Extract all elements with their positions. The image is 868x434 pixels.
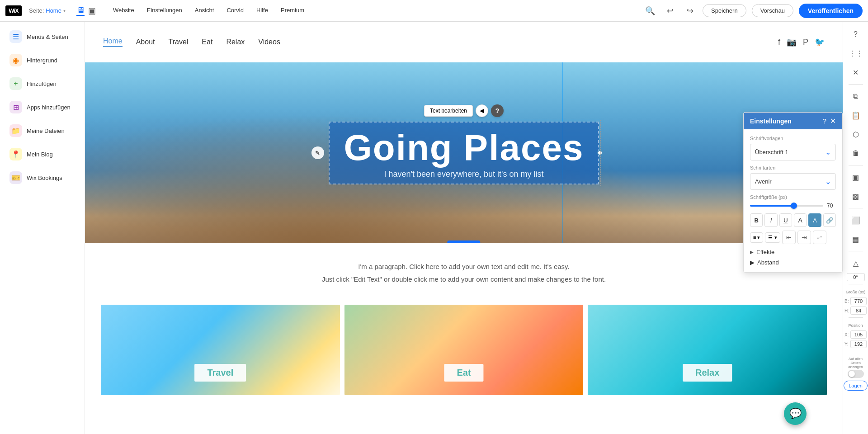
help-icon[interactable]: ? — [491, 104, 504, 117]
show-on-all-toggle[interactable] — [848, 370, 864, 378]
bookings-icon: 🎫 — [9, 171, 22, 184]
sidebar-item-files[interactable]: 📁 Meine Dateien — [4, 120, 81, 141]
social-icons: f 📷 P 🐦 — [778, 37, 825, 47]
sidebar-item-apps[interactable]: ⊞ Apps hinzufügen — [4, 97, 81, 118]
streifen-button[interactable]: Streifen — [447, 241, 480, 243]
rp-delete-icon[interactable]: 🗑 — [847, 144, 865, 162]
nav-hilfe[interactable]: Hilfe — [250, 0, 274, 22]
card-label-relax[interactable]: Relax — [683, 364, 732, 382]
highlight-button[interactable]: A — [808, 213, 821, 227]
desktop-icon[interactable]: 🖥 — [76, 5, 85, 16]
twitter-icon[interactable]: 🐦 — [815, 37, 825, 47]
nav-link-eat[interactable]: Eat — [202, 38, 212, 46]
save-button[interactable]: Speichern — [703, 4, 746, 17]
y-input[interactable] — [850, 340, 867, 348]
settings-close-button[interactable]: ✕ — [830, 118, 836, 125]
rp-forward-icon[interactable]: ▣ — [847, 168, 865, 186]
publish-button[interactable]: Veröffentlichen — [799, 4, 863, 18]
nav-premium[interactable]: Premium — [274, 0, 311, 22]
site-navbar: Home About Travel Eat Relax Videos f 📷 P… — [85, 22, 843, 62]
settings-body: Schriftvorlagen Überschrift 1 ⌄ Schrifta… — [744, 129, 842, 272]
nav-link-home[interactable]: Home — [103, 37, 123, 47]
arrow-left-icon[interactable]: ◀ — [476, 104, 488, 117]
hero-subtitle[interactable]: I haven't been everywhere, but it's on m… — [344, 170, 584, 179]
sidebar-item-blog[interactable]: 📍 Mein Blog — [4, 144, 81, 165]
effekte-section[interactable]: ▶ Effekte — [750, 249, 836, 255]
rp-align-left-icon[interactable]: ⬜ — [847, 211, 865, 229]
edit-circle-icon[interactable]: ✎ — [311, 146, 324, 159]
nav-corvid[interactable]: Corvid — [220, 0, 250, 22]
list-dropdown[interactable]: ☰ ▾ — [765, 232, 780, 243]
hero-section[interactable]: Text bearbeiten ◀ ? ✎ Going Places I hav… — [85, 62, 843, 243]
font-template-dropdown[interactable]: Überschrift 1 ⌄ — [750, 144, 836, 160]
italic-button[interactable]: I — [764, 213, 777, 227]
facebook-icon[interactable]: f — [778, 38, 780, 47]
rp-close-icon[interactable]: ✕ — [847, 63, 865, 81]
indent-increase-btn[interactable]: ⇥ — [797, 231, 811, 244]
sidebar-item-menus[interactable]: ☰ Menüs & Seiten — [4, 26, 81, 47]
height-label: H: — [844, 308, 849, 313]
size-label: Größe (px) — [846, 290, 866, 294]
align-dropdown[interactable]: ≡ ▾ — [750, 232, 763, 243]
resize-handle[interactable] — [597, 150, 603, 156]
rtl-btn[interactable]: ⇌ — [813, 231, 826, 244]
font-template-label: Schriftvorlagen — [750, 136, 836, 141]
editor-canvas[interactable]: Home About Travel Eat Relax Videos f 📷 P… — [85, 22, 843, 434]
pinterest-icon[interactable]: P — [803, 38, 808, 47]
card-eat[interactable]: Eat — [344, 305, 584, 395]
card-label-travel[interactable]: Travel — [194, 364, 246, 382]
sidebar-item-add[interactable]: + Hinzufügen — [4, 73, 81, 94]
rp-help-icon[interactable]: ? — [847, 25, 865, 43]
rp-copy-icon[interactable]: ⧉ — [847, 87, 865, 105]
redo-icon[interactable]: ↪ — [683, 4, 697, 18]
x-input[interactable] — [850, 330, 867, 339]
rp-rotate-icon[interactable]: △ — [847, 254, 865, 272]
y-row: Y: — [844, 340, 867, 348]
width-input[interactable] — [850, 297, 867, 305]
font-size-slider[interactable] — [750, 205, 823, 207]
text-edit-button[interactable]: Text bearbeiten — [424, 105, 473, 117]
content-para-2[interactable]: Just click "Edit Text" or double click m… — [94, 274, 834, 285]
page-chevron-icon[interactable]: ▾ — [63, 8, 66, 13]
underline-button[interactable]: U — [779, 213, 792, 227]
rp-align-right-icon[interactable]: ▦ — [847, 230, 865, 248]
rp-grid-icon[interactable]: ⋮⋮ — [847, 44, 865, 62]
undo-icon[interactable]: ↩ — [663, 4, 677, 18]
card-relax[interactable]: Relax — [588, 305, 827, 395]
nav-website[interactable]: Website — [107, 0, 141, 22]
font-type-dropdown[interactable]: Avenir ⌄ — [750, 173, 836, 190]
rp-duplicate-icon[interactable]: ⬡ — [847, 125, 865, 143]
nav-ansicht[interactable]: Ansicht — [189, 0, 221, 22]
instagram-icon[interactable]: 📷 — [787, 37, 797, 47]
font-size-label: Schriftgröße (px) — [750, 194, 836, 200]
tablet-icon[interactable]: ▣ — [88, 6, 96, 16]
abstand-section[interactable]: ▶ Abstand — [750, 259, 836, 266]
search-icon[interactable]: 🔍 — [643, 4, 657, 18]
card-label-eat[interactable]: Eat — [444, 364, 483, 382]
chat-fab[interactable]: 💬 — [784, 402, 807, 425]
nav-link-travel[interactable]: Travel — [169, 38, 189, 46]
content-para-1[interactable]: I'm a paragraph. Click here to add your … — [94, 261, 834, 272]
bold-button[interactable]: B — [750, 213, 763, 227]
indent-decrease-btn[interactable]: ⇤ — [782, 231, 796, 244]
nav-einstellungen[interactable]: Einstellungen — [141, 0, 189, 22]
preview-button[interactable]: Vorschau — [752, 4, 793, 17]
rotation-input[interactable]: 0° — [847, 273, 865, 281]
lagen-button[interactable]: Lagen — [844, 381, 868, 391]
card-travel[interactable]: Travel — [101, 305, 340, 395]
height-input[interactable] — [850, 307, 867, 315]
hero-title-box[interactable]: ✎ Going Places I haven't been everywhere… — [329, 122, 599, 184]
settings-help-icon[interactable]: ? — [823, 117, 826, 125]
abstand-label: Abstand — [757, 259, 779, 266]
page-name[interactable]: Home — [46, 7, 61, 14]
sidebar-item-background[interactable]: ◉ Hintergrund — [4, 50, 81, 71]
menus-icon: ☰ — [9, 30, 22, 43]
nav-link-videos[interactable]: Videos — [258, 38, 280, 46]
link-button[interactable]: 🔗 — [823, 213, 836, 227]
text-color-button[interactable]: A — [794, 213, 807, 227]
hero-title[interactable]: Going Places — [344, 130, 584, 166]
rp-back-icon[interactable]: ▩ — [847, 187, 865, 205]
nav-link-relax[interactable]: Relax — [226, 38, 245, 46]
nav-link-about[interactable]: About — [136, 38, 155, 46]
sidebar-item-bookings[interactable]: 🎫 Wix Bookings — [4, 167, 81, 188]
